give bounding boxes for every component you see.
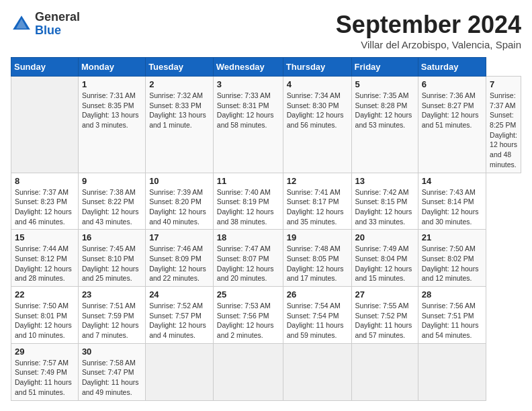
cell-sun-info: Sunrise: 7:47 AMSunset: 8:07 PMDaylight:…: [217, 244, 279, 283]
day-number: 12: [287, 176, 348, 186]
day-number: 3: [217, 79, 279, 89]
calendar-cell: 17Sunrise: 7:46 AMSunset: 8:09 PMDayligh…: [146, 230, 214, 287]
cell-sun-info: Sunrise: 7:39 AMSunset: 8:20 PMDaylight:…: [149, 187, 210, 227]
day-number: 8: [15, 176, 75, 186]
day-number: 14: [422, 176, 482, 186]
calendar-cell: 25Sunrise: 7:53 AMSunset: 7:56 PMDayligh…: [213, 287, 283, 344]
weekday-header-monday: Monday: [78, 58, 145, 77]
day-number: 1: [82, 79, 142, 89]
day-number: 5: [355, 79, 414, 89]
weekday-header-saturday: Saturday: [418, 58, 486, 77]
calendar-cell: 8Sunrise: 7:37 AMSunset: 8:23 PMDaylight…: [11, 173, 79, 230]
day-number: 15: [15, 232, 75, 242]
calendar-week-4: 29Sunrise: 7:57 AMSunset: 7:49 PMDayligh…: [11, 343, 521, 400]
calendar-cell: 4Sunrise: 7:34 AMSunset: 8:30 PMDaylight…: [283, 77, 351, 173]
cell-sun-info: Sunrise: 7:57 AMSunset: 7:49 PMDaylight:…: [15, 358, 75, 398]
calendar-cell: 1Sunrise: 7:31 AMSunset: 8:35 PMDaylight…: [78, 77, 145, 173]
cell-sun-info: Sunrise: 7:42 AMSunset: 8:15 PMDaylight:…: [355, 187, 414, 227]
weekday-header-sunday: Sunday: [11, 58, 79, 77]
cell-sun-info: Sunrise: 7:56 AMSunset: 7:51 PMDaylight:…: [422, 301, 482, 340]
calendar-cell: 28Sunrise: 7:56 AMSunset: 7:51 PMDayligh…: [418, 287, 486, 344]
day-number: 23: [82, 289, 142, 300]
cell-sun-info: Sunrise: 7:51 AMSunset: 7:59 PMDaylight:…: [82, 301, 142, 340]
cell-sun-info: Sunrise: 7:50 AMSunset: 8:02 PMDaylight:…: [422, 244, 482, 283]
calendar-cell: 27Sunrise: 7:55 AMSunset: 7:52 PMDayligh…: [351, 287, 418, 344]
calendar-cell: 30Sunrise: 7:58 AMSunset: 7:47 PMDayligh…: [78, 343, 145, 400]
calendar-cell: [351, 343, 418, 400]
calendar-cell: [283, 343, 351, 400]
day-number: 17: [149, 232, 210, 242]
cell-sun-info: Sunrise: 7:53 AMSunset: 7:56 PMDaylight:…: [217, 301, 279, 340]
calendar-cell: 16Sunrise: 7:45 AMSunset: 8:10 PMDayligh…: [78, 230, 145, 287]
logo-text: General Blue: [35, 11, 80, 38]
day-number: 16: [82, 232, 142, 242]
cell-sun-info: Sunrise: 7:48 AMSunset: 8:05 PMDaylight:…: [287, 244, 348, 283]
cell-sun-info: Sunrise: 7:58 AMSunset: 7:47 PMDaylight:…: [82, 358, 142, 398]
cell-sun-info: Sunrise: 7:37 AMSunset: 8:23 PMDaylight:…: [15, 187, 75, 227]
logo-icon: [11, 13, 32, 35]
day-number: 27: [355, 289, 414, 300]
cell-sun-info: Sunrise: 7:40 AMSunset: 8:19 PMDaylight:…: [217, 187, 279, 227]
calendar-cell: 26Sunrise: 7:54 AMSunset: 7:54 PMDayligh…: [283, 287, 351, 344]
calendar-cell: 9Sunrise: 7:38 AMSunset: 8:22 PMDaylight…: [78, 173, 145, 230]
calendar-cell: 3Sunrise: 7:33 AMSunset: 8:31 PMDaylight…: [213, 77, 283, 173]
cell-sun-info: Sunrise: 7:43 AMSunset: 8:14 PMDaylight:…: [422, 187, 482, 227]
calendar-cell: 2Sunrise: 7:32 AMSunset: 8:33 PMDaylight…: [146, 77, 214, 173]
cell-sun-info: Sunrise: 7:52 AMSunset: 7:57 PMDaylight:…: [149, 301, 210, 340]
cell-sun-info: Sunrise: 7:36 AMSunset: 8:27 PMDaylight:…: [422, 91, 482, 130]
cell-sun-info: Sunrise: 7:55 AMSunset: 7:52 PMDaylight:…: [355, 301, 414, 340]
cell-sun-info: Sunrise: 7:46 AMSunset: 8:09 PMDaylight:…: [149, 244, 210, 283]
calendar-cell: 14Sunrise: 7:43 AMSunset: 8:14 PMDayligh…: [418, 173, 486, 230]
calendar-cell: 12Sunrise: 7:41 AMSunset: 8:17 PMDayligh…: [283, 173, 351, 230]
day-number: 13: [355, 176, 414, 186]
weekday-header-friday: Friday: [351, 58, 418, 77]
location: Villar del Arzobispo, Valencia, Spain: [336, 39, 521, 50]
calendar-cell: 22Sunrise: 7:50 AMSunset: 8:01 PMDayligh…: [11, 287, 79, 344]
day-number: 24: [149, 289, 210, 300]
day-number: 22: [15, 289, 75, 300]
empty-cell: [11, 77, 79, 173]
cell-sun-info: Sunrise: 7:54 AMSunset: 7:54 PMDaylight:…: [287, 301, 348, 340]
calendar-week-2: 15Sunrise: 7:44 AMSunset: 8:12 PMDayligh…: [11, 230, 521, 287]
weekday-header-thursday: Thursday: [283, 58, 351, 77]
cell-sun-info: Sunrise: 7:33 AMSunset: 8:31 PMDaylight:…: [217, 91, 279, 130]
calendar-cell: 15Sunrise: 7:44 AMSunset: 8:12 PMDayligh…: [11, 230, 79, 287]
day-number: 6: [422, 79, 482, 89]
day-number: 25: [217, 289, 279, 300]
day-number: 9: [82, 176, 142, 186]
calendar-cell: [146, 343, 214, 400]
calendar-cell: 10Sunrise: 7:39 AMSunset: 8:20 PMDayligh…: [146, 173, 214, 230]
calendar-header: SundayMondayTuesdayWednesdayThursdayFrid…: [11, 58, 521, 77]
cell-sun-info: Sunrise: 7:49 AMSunset: 8:04 PMDaylight:…: [355, 244, 414, 283]
day-number: 28: [422, 289, 482, 300]
day-number: 20: [355, 232, 414, 242]
calendar-cell: [213, 343, 283, 400]
calendar-cell: 24Sunrise: 7:52 AMSunset: 7:57 PMDayligh…: [146, 287, 214, 344]
cell-sun-info: Sunrise: 7:44 AMSunset: 8:12 PMDaylight:…: [15, 244, 75, 283]
cell-sun-info: Sunrise: 7:38 AMSunset: 8:22 PMDaylight:…: [82, 187, 142, 227]
cell-sun-info: Sunrise: 7:31 AMSunset: 8:35 PMDaylight:…: [82, 91, 142, 130]
title-section: September 2024 Villar del Arzobispo, Val…: [336, 11, 521, 50]
calendar-cell: 6Sunrise: 7:36 AMSunset: 8:27 PMDaylight…: [418, 77, 486, 173]
cell-sun-info: Sunrise: 7:45 AMSunset: 8:10 PMDaylight:…: [82, 244, 142, 283]
weekday-row: SundayMondayTuesdayWednesdayThursdayFrid…: [11, 58, 521, 77]
calendar-week-0: 1Sunrise: 7:31 AMSunset: 8:35 PMDaylight…: [11, 77, 521, 173]
cell-sun-info: Sunrise: 7:37 AMSunset: 8:25 PMDaylight:…: [490, 91, 517, 170]
day-number: 2: [149, 79, 210, 89]
calendar-cell: 19Sunrise: 7:48 AMSunset: 8:05 PMDayligh…: [283, 230, 351, 287]
day-number: 18: [217, 232, 279, 242]
cell-sun-info: Sunrise: 7:32 AMSunset: 8:33 PMDaylight:…: [149, 91, 210, 130]
day-number: 19: [287, 232, 348, 242]
cell-sun-info: Sunrise: 7:41 AMSunset: 8:17 PMDaylight:…: [287, 187, 348, 227]
day-number: 7: [490, 79, 517, 89]
day-number: 10: [149, 176, 210, 186]
cell-sun-info: Sunrise: 7:50 AMSunset: 8:01 PMDaylight:…: [15, 301, 75, 340]
logo: General Blue: [11, 11, 80, 38]
calendar-cell: 7Sunrise: 7:37 AMSunset: 8:25 PMDaylight…: [486, 77, 521, 173]
calendar-cell: 5Sunrise: 7:35 AMSunset: 8:28 PMDaylight…: [351, 77, 418, 173]
weekday-header-tuesday: Tuesday: [146, 58, 214, 77]
month-title: September 2024: [336, 11, 521, 39]
cell-sun-info: Sunrise: 7:34 AMSunset: 8:30 PMDaylight:…: [287, 91, 348, 130]
day-number: 11: [217, 176, 279, 186]
calendar-cell: [418, 343, 486, 400]
